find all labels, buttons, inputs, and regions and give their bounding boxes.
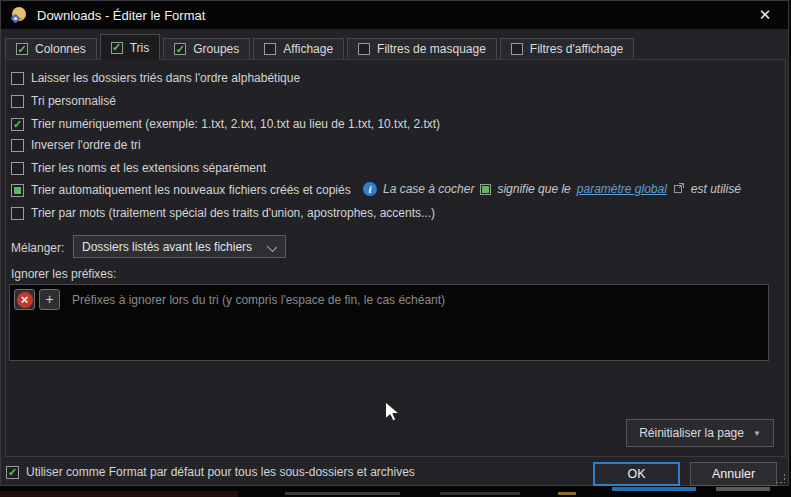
option-trier-numeriquement[interactable]: Trier numériquement (exemple: 1.txt, 2.t… <box>11 116 440 132</box>
tab-groupes[interactable]: Groupes <box>163 38 250 60</box>
default-format-checkbox-row[interactable]: Utiliser comme Format par défaut pour to… <box>6 465 415 479</box>
melanger-selected-value: Dossiers listés avant les fichiers <box>82 240 252 254</box>
tab-label: Filtres d'affichage <box>530 42 623 56</box>
prefixes-toolbar: × + <box>14 289 60 310</box>
option-trier-automatiquement[interactable]: Trier automatiquement les nouveaux fichi… <box>11 182 351 198</box>
background-fragment <box>612 487 696 491</box>
tab-checkbox-tris[interactable] <box>111 42 123 54</box>
mouse-cursor <box>384 401 400 427</box>
note-text-suffix: est utilisé <box>691 182 741 196</box>
note-text-prefix: La case à cocher <box>383 182 474 196</box>
tab-checkbox-filtres-affichage[interactable] <box>511 43 523 55</box>
background-window-sliver <box>0 487 791 497</box>
tab-affichage[interactable]: Affichage <box>253 38 344 60</box>
checkbox-unchecked-icon[interactable] <box>11 72 24 85</box>
prefixes-input-box[interactable]: × + Préfixes à ignorer lors du tri (y co… <box>9 284 769 361</box>
add-prefix-button[interactable]: + <box>39 289 60 310</box>
reset-page-button[interactable]: Réinitialiser la page ▼ <box>626 419 774 447</box>
ok-button[interactable]: OK <box>593 462 680 486</box>
option-trier-par-mots[interactable]: Trier par mots (traitement spécial des t… <box>11 205 435 221</box>
tab-label: Affichage <box>283 42 333 56</box>
background-fragment <box>0 491 238 497</box>
checkbox-unchecked-icon[interactable] <box>11 207 24 220</box>
plus-icon: + <box>45 292 53 306</box>
resize-grip[interactable] <box>776 474 785 483</box>
melanger-dropdown[interactable]: Dossiers listés avant les fichiers <box>73 235 286 258</box>
tab-label: Tris <box>130 41 150 55</box>
background-fragment <box>558 492 576 495</box>
delete-icon: × <box>17 292 33 308</box>
tab-tris[interactable]: Tris <box>100 34 161 60</box>
tab-label: Groupes <box>193 42 239 56</box>
checkbox-unchecked-icon[interactable] <box>11 95 24 108</box>
app-icon <box>10 6 28 24</box>
prefixes-label: Ignorer les préfixes: <box>11 267 116 281</box>
tab-filtres-affichage[interactable]: Filtres d'affichage <box>500 38 634 60</box>
checkbox-unchecked-icon[interactable] <box>11 162 24 175</box>
background-fragment <box>440 492 520 495</box>
note-text-middle: signifie que le <box>497 182 570 196</box>
option-label: Inverser l'ordre de tri <box>31 138 141 152</box>
parametre-global-link[interactable]: paramètre global <box>577 182 667 196</box>
delete-prefix-button[interactable]: × <box>14 289 35 310</box>
option-label: Trier numériquement (exemple: 1.txt, 2.t… <box>31 117 440 131</box>
tab-checkbox-colonnes[interactable] <box>16 43 28 55</box>
option-ordre-alphabetique[interactable]: Laisser les dossiers triés dans l'ordre … <box>11 70 300 86</box>
tab-checkbox-filtres-masquage[interactable] <box>358 43 370 55</box>
option-label: Tri personnalisé <box>31 94 116 108</box>
tab-label: Colonnes <box>35 42 86 56</box>
option-label: Trier par mots (traitement spécial des t… <box>31 206 435 220</box>
tab-colonnes[interactable]: Colonnes <box>5 38 97 60</box>
external-link-icon <box>674 182 684 196</box>
option-label: Trier automatiquement les nouveaux fichi… <box>31 183 351 197</box>
checkbox-unchecked-icon[interactable] <box>11 139 24 152</box>
title-bar[interactable]: Downloads - Éditer le Format ✕ <box>1 1 788 29</box>
tab-filtres-masquage[interactable]: Filtres de masquage <box>347 38 497 60</box>
global-checkbox-sample-icon <box>480 184 491 195</box>
chevron-down-icon <box>267 242 277 252</box>
option-inverser-ordre[interactable]: Inverser l'ordre de tri <box>11 137 141 153</box>
window-title: Downloads - Éditer le Format <box>37 8 205 23</box>
background-fragment <box>285 492 400 495</box>
global-setting-note: i La case à cocher signifie que le param… <box>363 182 741 196</box>
tab-label: Filtres de masquage <box>377 42 486 56</box>
tab-checkbox-groupes[interactable] <box>174 43 186 55</box>
option-noms-extensions[interactable]: Trier les noms et les extensions séparém… <box>11 160 266 176</box>
melanger-label: Mélanger: <box>11 241 64 255</box>
info-icon: i <box>363 182 377 196</box>
background-fragment <box>716 487 770 491</box>
caret-down-icon: ▼ <box>753 429 761 438</box>
checkbox-checked-icon[interactable] <box>11 118 24 131</box>
tab-checkbox-affichage[interactable] <box>264 43 276 55</box>
tab-bar: Colonnes Tris Groupes Affichage Filtres … <box>5 37 637 60</box>
checkbox-checked-icon[interactable] <box>6 466 19 479</box>
screen: Downloads - Éditer le Format ✕ Colonnes … <box>0 0 791 497</box>
option-tri-personnalise[interactable]: Tri personnalisé <box>11 93 116 109</box>
close-icon[interactable]: ✕ <box>752 5 778 25</box>
reset-page-label: Réinitialiser la page <box>639 426 744 440</box>
checkbox-global-icon[interactable] <box>11 184 24 197</box>
default-format-label: Utiliser comme Format par défaut pour to… <box>26 465 415 479</box>
option-label: Trier les noms et les extensions séparém… <box>31 161 266 175</box>
cancel-button[interactable]: Annuler <box>690 462 777 486</box>
prefixes-placeholder: Préfixes à ignorer lors du tri (y compri… <box>72 293 445 307</box>
option-label: Laisser les dossiers triés dans l'ordre … <box>31 71 300 85</box>
